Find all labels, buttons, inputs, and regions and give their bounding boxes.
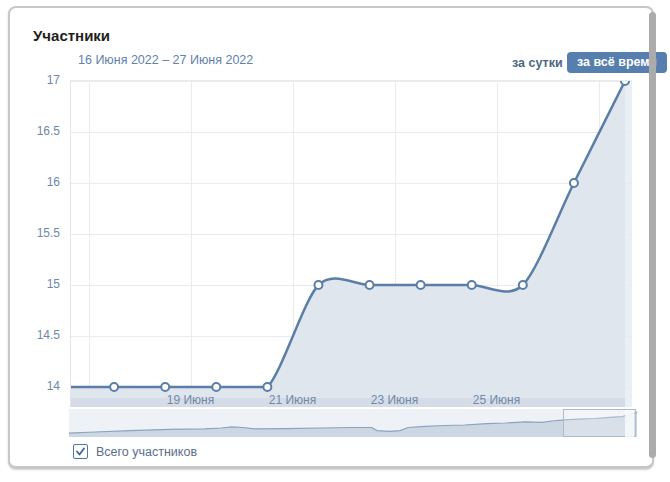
data-point-marker: [110, 383, 118, 391]
data-point-marker: [417, 281, 425, 289]
data-point-marker: [314, 281, 322, 289]
per-day-tab[interactable]: за сутки: [512, 56, 563, 70]
y-tick-label: 16.5: [0, 124, 60, 138]
data-point-marker: [468, 281, 476, 289]
scrollbar-thumb[interactable]: [649, 12, 656, 458]
date-range-label: 16 Июня 2022 – 27 Июня 2022: [78, 53, 253, 67]
x-tick-label: 19 Июня: [167, 393, 214, 407]
x-tick-label: 21 Июня: [269, 393, 316, 407]
y-tick-label: 16: [0, 175, 60, 189]
axis-band: [71, 398, 625, 407]
y-tick-label: 15.5: [0, 226, 60, 240]
data-point-marker: [263, 383, 271, 391]
checkmark-icon: [75, 446, 86, 457]
data-point-marker: [570, 179, 578, 187]
overview-selection-handle[interactable]: [625, 410, 634, 437]
x-tick-label: 23 Июня: [371, 393, 418, 407]
overview-chart: [69, 409, 637, 437]
data-point-marker: [621, 81, 629, 85]
total-members-checkbox[interactable]: [73, 444, 88, 459]
page-title: Участники: [33, 27, 110, 44]
overview-sparkline: [69, 409, 637, 437]
members-line-chart: [71, 81, 632, 407]
overview-selection-window[interactable]: [563, 409, 636, 437]
data-point-marker: [212, 383, 220, 391]
vk-stats-widget: { "header": { "title": "Участники", "dat…: [0, 0, 670, 482]
overview-area: [69, 412, 637, 437]
data-point-marker: [519, 281, 527, 289]
data-point-marker: [161, 383, 169, 391]
area-fill: [71, 81, 625, 407]
y-tick-label: 17: [0, 73, 60, 87]
x-tick-label: 25 Июня: [473, 393, 520, 407]
members-chart-plot: 19 Июня21 Июня23 Июня25 Июня: [70, 80, 632, 407]
legend-row: Всего участников: [73, 444, 197, 459]
y-tick-label: 14: [0, 379, 60, 393]
data-point-marker: [366, 281, 374, 289]
legend-label: Всего участников: [96, 445, 197, 459]
y-tick-label: 14.5: [0, 328, 60, 342]
y-tick-label: 15: [0, 277, 60, 291]
